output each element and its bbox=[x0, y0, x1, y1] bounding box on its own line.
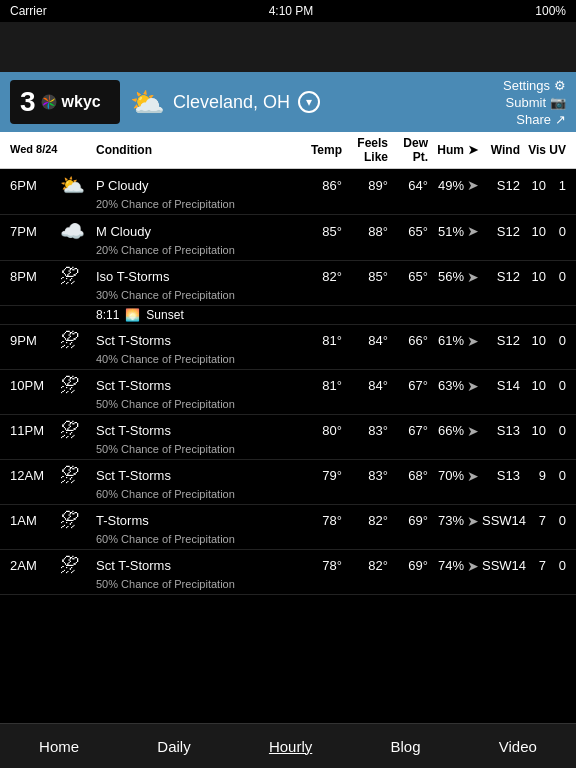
nbc-peacock-icon bbox=[40, 93, 58, 111]
settings-action[interactable]: Settings ⚙ bbox=[503, 78, 566, 93]
row-condition: Sct T-Storms bbox=[96, 378, 306, 393]
row-condition: P Cloudy bbox=[96, 178, 306, 193]
row-temp: 81° bbox=[306, 378, 342, 393]
row-feels: 83° bbox=[342, 468, 388, 483]
sunset-row: 8:11 🌅 Sunset bbox=[0, 306, 576, 325]
row-hum: 66% bbox=[428, 423, 464, 438]
row-wind: S13 bbox=[482, 423, 520, 438]
row-precip: 30% Chance of Precipitation bbox=[10, 289, 566, 301]
share-icon: ↗ bbox=[555, 112, 566, 127]
wind-direction-icon: ➤ bbox=[464, 223, 482, 239]
col-vis-header: Vis bbox=[520, 143, 546, 157]
weather-row: 7PM ☁️ M Cloudy 85° 88° 65° 51% ➤ S12 10… bbox=[0, 215, 576, 261]
row-time: 7PM bbox=[10, 224, 60, 239]
row-time: 12AM bbox=[10, 468, 60, 483]
share-label: Share bbox=[516, 112, 551, 127]
row-dew: 68° bbox=[388, 468, 428, 483]
row-precip: 40% Chance of Precipitation bbox=[10, 353, 566, 365]
row-time: 9PM bbox=[10, 333, 60, 348]
weather-condition-icon: ⛈ bbox=[60, 509, 96, 532]
col-date: Wed 8/24 bbox=[10, 143, 60, 156]
weather-row: 10PM ⛈ Sct T-Storms 81° 84° 67° 63% ➤ S1… bbox=[0, 370, 576, 415]
weather-condition-icon: ⛈ bbox=[60, 464, 96, 487]
row-uv: 0 bbox=[546, 333, 566, 348]
header: 3 wkyc ⛅ Cleveland, OH ▾ Settings ⚙ Subm… bbox=[0, 72, 576, 132]
row-condition: Sct T-Storms bbox=[96, 333, 306, 348]
settings-label: Settings bbox=[503, 78, 550, 93]
row-uv: 0 bbox=[546, 423, 566, 438]
row-feels: 84° bbox=[342, 378, 388, 393]
row-dew: 66° bbox=[388, 333, 428, 348]
weather-row: 8PM ⛈ Iso T-Storms 82° 85° 65° 56% ➤ S12… bbox=[0, 261, 576, 306]
row-vis: 10 bbox=[520, 224, 546, 239]
row-feels: 85° bbox=[342, 269, 388, 284]
row-time: 2AM bbox=[10, 558, 60, 573]
wind-direction-icon: ➤ bbox=[464, 177, 482, 193]
row-precip: 60% Chance of Precipitation bbox=[10, 533, 566, 545]
col-uv-header: UV bbox=[546, 143, 566, 157]
row-hum: 74% bbox=[428, 558, 464, 573]
row-time: 8PM bbox=[10, 269, 60, 284]
row-hum: 56% bbox=[428, 269, 464, 284]
row-precip: 20% Chance of Precipitation bbox=[10, 198, 566, 210]
weather-condition-icon: ⛈ bbox=[60, 329, 96, 352]
location-chevron[interactable]: ▾ bbox=[298, 91, 320, 113]
weather-condition-icon: ⛈ bbox=[60, 419, 96, 442]
nav-item-daily[interactable]: Daily bbox=[141, 730, 206, 763]
row-wind: SSW14 bbox=[482, 558, 520, 573]
status-bar: Carrier 4:10 PM 100% bbox=[0, 0, 576, 22]
row-hum: 51% bbox=[428, 224, 464, 239]
row-time: 1AM bbox=[10, 513, 60, 528]
weather-condition-icon: ☁️ bbox=[60, 219, 96, 243]
nav-item-blog[interactable]: Blog bbox=[374, 730, 436, 763]
submit-label: Submit bbox=[506, 95, 546, 110]
row-dew: 69° bbox=[388, 513, 428, 528]
row-temp: 81° bbox=[306, 333, 342, 348]
col-condition-header: Condition bbox=[96, 143, 306, 157]
row-wind: S12 bbox=[482, 269, 520, 284]
logo-wkyc: wkyc bbox=[62, 93, 101, 111]
row-time: 6PM bbox=[10, 178, 60, 193]
bottom-nav: HomeDailyHourlyBlogVideo bbox=[0, 723, 576, 768]
row-temp: 82° bbox=[306, 269, 342, 284]
row-dew: 67° bbox=[388, 423, 428, 438]
row-temp: 80° bbox=[306, 423, 342, 438]
share-action[interactable]: Share ↗ bbox=[516, 112, 566, 127]
row-temp: 85° bbox=[306, 224, 342, 239]
row-uv: 1 bbox=[546, 178, 566, 193]
row-feels: 89° bbox=[342, 178, 388, 193]
col-wind-header: Wind bbox=[482, 143, 520, 157]
row-precip: 50% Chance of Precipitation bbox=[10, 578, 566, 590]
row-dew: 65° bbox=[388, 224, 428, 239]
row-dew: 64° bbox=[388, 178, 428, 193]
weather-row: 1AM ⛈ T-Storms 78° 82° 69° 73% ➤ SSW14 7… bbox=[0, 505, 576, 550]
row-feels: 82° bbox=[342, 513, 388, 528]
nav-item-home[interactable]: Home bbox=[23, 730, 95, 763]
submit-action[interactable]: Submit 📷 bbox=[506, 95, 566, 110]
row-vis: 9 bbox=[520, 468, 546, 483]
row-hum: 73% bbox=[428, 513, 464, 528]
sunset-label: Sunset bbox=[146, 308, 183, 322]
weather-condition-icon: ⛈ bbox=[60, 554, 96, 577]
location-area: ⛅ Cleveland, OH ▾ bbox=[130, 86, 503, 119]
row-temp: 79° bbox=[306, 468, 342, 483]
weather-condition-icon: ⛈ bbox=[60, 374, 96, 397]
nav-item-hourly[interactable]: Hourly bbox=[253, 730, 328, 763]
row-precip: 50% Chance of Precipitation bbox=[10, 443, 566, 455]
wind-direction-icon: ➤ bbox=[464, 269, 482, 285]
row-precip: 50% Chance of Precipitation bbox=[10, 398, 566, 410]
row-feels: 84° bbox=[342, 333, 388, 348]
row-dew: 69° bbox=[388, 558, 428, 573]
nav-item-video[interactable]: Video bbox=[483, 730, 553, 763]
wind-direction-icon: ➤ bbox=[464, 423, 482, 439]
row-wind: S12 bbox=[482, 333, 520, 348]
row-condition: Sct T-Storms bbox=[96, 468, 306, 483]
carrier-label: Carrier bbox=[10, 4, 47, 18]
sunset-icon: 🌅 bbox=[125, 308, 140, 322]
weather-rows: 6PM ⛅ P Cloudy 86° 89° 64° 49% ➤ S12 10 … bbox=[0, 169, 576, 730]
row-wind: S13 bbox=[482, 468, 520, 483]
row-wind: S14 bbox=[482, 378, 520, 393]
row-vis: 7 bbox=[520, 558, 546, 573]
row-wind: S12 bbox=[482, 224, 520, 239]
wind-direction-icon: ➤ bbox=[464, 513, 482, 529]
